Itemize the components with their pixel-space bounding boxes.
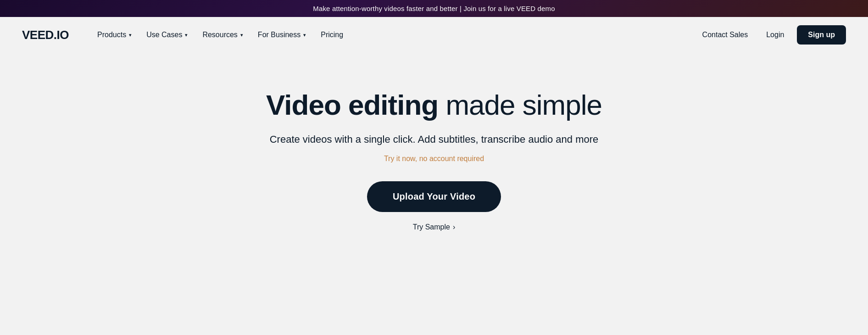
chevron-down-icon: ▾ xyxy=(185,32,188,38)
hero-title-regular: made simple xyxy=(438,89,602,121)
nav-label-pricing: Pricing xyxy=(321,31,343,39)
nav-label-resources: Resources xyxy=(202,31,237,39)
try-sample-link[interactable]: Try Sample › xyxy=(413,223,456,231)
announcement-text: Make attention-worthy videos faster and … xyxy=(313,5,555,12)
contact-sales-link[interactable]: Contact Sales xyxy=(697,27,754,43)
chevron-down-icon: ▾ xyxy=(240,32,243,38)
announcement-banner: Make attention-worthy videos faster and … xyxy=(0,0,868,17)
chevron-down-icon: ▾ xyxy=(303,32,306,38)
nav-label-use-cases: Use Cases xyxy=(146,31,182,39)
navbar: VEED.IO Products ▾ Use Cases ▾ Resources… xyxy=(0,17,868,53)
nav-menu: Products ▾ Use Cases ▾ Resources ▾ For B… xyxy=(91,27,697,43)
hero-title: Video editing made simple xyxy=(266,89,602,121)
navbar-right: Contact Sales Login Sign up xyxy=(697,25,846,45)
hero-subtitle: Create videos with a single click. Add s… xyxy=(270,134,599,145)
nav-item-resources[interactable]: Resources ▾ xyxy=(196,27,249,43)
upload-video-button[interactable]: Upload Your Video xyxy=(367,181,501,212)
hero-tagline: Try it now, no account required xyxy=(384,155,484,163)
nav-label-products: Products xyxy=(97,31,126,39)
hero-title-bold: Video editing xyxy=(266,89,438,121)
nav-item-pricing[interactable]: Pricing xyxy=(314,27,350,43)
try-sample-label: Try Sample xyxy=(413,223,450,231)
login-link[interactable]: Login xyxy=(761,27,790,43)
arrow-right-icon: › xyxy=(453,223,455,231)
chevron-down-icon: ▾ xyxy=(129,32,132,38)
nav-item-for-business[interactable]: For Business ▾ xyxy=(251,27,312,43)
nav-item-use-cases[interactable]: Use Cases ▾ xyxy=(140,27,194,43)
signup-button[interactable]: Sign up xyxy=(797,25,846,45)
logo[interactable]: VEED.IO xyxy=(22,28,69,42)
nav-item-products[interactable]: Products ▾ xyxy=(91,27,138,43)
hero-section: Video editing made simple Create videos … xyxy=(0,53,868,259)
nav-label-for-business: For Business xyxy=(258,31,300,39)
